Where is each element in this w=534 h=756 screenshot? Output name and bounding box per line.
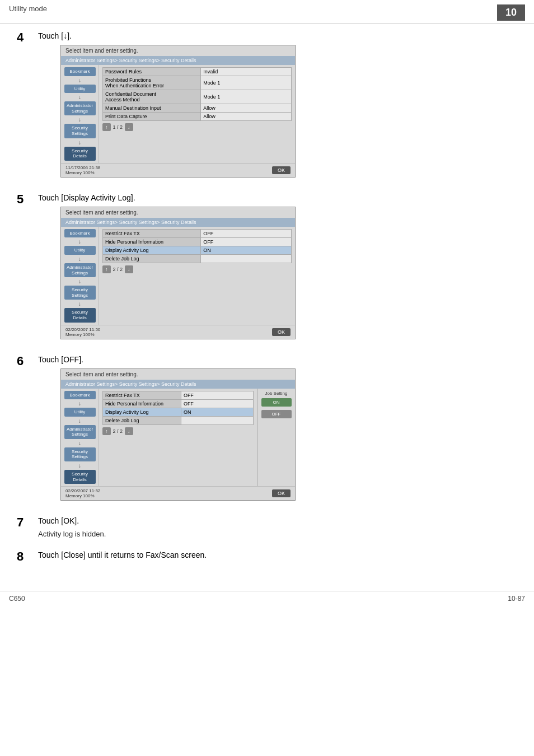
step-7-content: Touch [OK]. Activity log is hidden. (38, 514, 517, 538)
screen-4-sidebar: Bookmark ↓ Utility ↓ Administrator Setti… (61, 65, 99, 163)
table-row: Confidential DocumentAccess Method Mode … (103, 90, 292, 104)
screen-5-top: Select item and enter setting. (61, 207, 295, 218)
step-4-content: Touch [↓]. Select item and enter setting… (38, 29, 517, 181)
sidebar-arrow-4: ↓ (78, 139, 81, 146)
screen-6-breadcrumb: Administrator Settings> Security Setting… (61, 380, 295, 389)
screen-4-mockup: Select item and enter setting. Administr… (60, 45, 296, 178)
sidebar-arrow-6-3: ↓ (78, 440, 81, 446)
table-value: Mode 1 (201, 90, 292, 104)
sidebar-arrow-6-1: ↓ (78, 400, 81, 407)
table-value: OFF (181, 391, 253, 399)
table-row: Hide Personal Information OFF (103, 399, 254, 408)
footer-model: C650 (9, 595, 25, 603)
sidebar-security-settings[interactable]: Security Settings (64, 124, 96, 138)
step-7-instruction: Touch [OK]. (38, 516, 517, 525)
page-header: Utility mode 10 (0, 0, 534, 24)
table-row: Delete Job Log (103, 416, 254, 424)
screen-5-ok-btn[interactable]: OK (272, 328, 291, 336)
table-row: Hide Personal Information OFF (103, 237, 292, 246)
job-setting-label: Job Setting (265, 391, 287, 396)
table-label: Confidential DocumentAccess Method (103, 90, 201, 104)
table-row: Restrict Fax TX OFF (103, 229, 292, 237)
pag-down-btn-5[interactable]: ↓ (125, 265, 133, 273)
sidebar-admin-settings-5[interactable]: Administrator Settings (64, 263, 96, 277)
pag-up-btn-6[interactable]: ↑ (102, 427, 111, 435)
step-7-number: 7 (17, 515, 38, 530)
step-6-content: Touch [OFF]. Select item and enter setti… (38, 353, 517, 505)
table-value-display-activity: ON (201, 246, 292, 254)
table-label: Restrict Fax TX (103, 229, 201, 237)
screen-4-table: Password Rules Invalid Prohibited Functi… (102, 67, 292, 121)
job-setting-panel: Job Setting ON OFF (257, 389, 295, 487)
table-label: Restrict Fax TX (103, 391, 181, 399)
sidebar-bookmark-6[interactable]: Bookmark (64, 391, 96, 400)
job-on-button[interactable]: ON (261, 398, 292, 407)
pag-down-btn[interactable]: ↓ (125, 123, 133, 131)
screen-4-breadcrumb: Administrator Settings> Security Setting… (61, 56, 295, 65)
table-value: OFF (201, 229, 292, 237)
sidebar-security-details-5[interactable]: Security Details (64, 308, 96, 322)
table-row: Prohibited FunctionsWhen Authentication … (103, 76, 292, 90)
pag-text-6: 2 / 2 (113, 428, 123, 434)
table-value (181, 416, 253, 424)
screen-6-body: Bookmark ↓ Utility ↓ Administrator Setti… (61, 389, 295, 487)
screen-4-datetime: 11/17/2006 21:38Memory 100% (65, 165, 100, 175)
screen-5-body: Bookmark ↓ Utility ↓ Administrator Setti… (61, 227, 295, 325)
utility-mode-title: Utility mode (9, 4, 47, 13)
table-label-activity-6: Display Activity Log (103, 408, 181, 416)
sidebar-arrow-3: ↓ (78, 116, 81, 123)
sidebar-security-settings-6[interactable]: Security Settings (64, 447, 96, 461)
sidebar-bookmark-5[interactable]: Bookmark (64, 229, 96, 238)
table-label: Print Data Capture (103, 113, 201, 121)
screen-5-mockup: Select item and enter setting. Administr… (60, 207, 296, 339)
sidebar-security-details[interactable]: Security Details (64, 147, 96, 161)
sidebar-security-settings-5[interactable]: Security Settings (64, 286, 96, 300)
sidebar-bookmark[interactable]: Bookmark (64, 67, 96, 76)
table-value: OFF (201, 237, 292, 246)
step-7-subtext: Activity log is hidden. (38, 530, 517, 538)
table-label: Manual Destination Input (103, 104, 201, 113)
screen-5-main: Restrict Fax TX OFF Hide Personal Inform… (99, 227, 295, 325)
table-row-highlighted-6[interactable]: Display Activity Log ON (103, 408, 254, 416)
pag-up-btn[interactable]: ↑ (102, 123, 111, 131)
table-value (201, 254, 292, 263)
sidebar-utility-6[interactable]: Utility (64, 408, 96, 417)
sidebar-admin-settings-6[interactable]: Administrator Settings (64, 425, 96, 439)
table-value: Allow (201, 104, 292, 113)
screen-5-breadcrumb: Administrator Settings> Security Setting… (61, 218, 295, 227)
step-6-row: 6 Touch [OFF]. Select item and enter set… (17, 353, 517, 505)
screen-4-bottom: 11/17/2006 21:38Memory 100% OK (61, 163, 295, 177)
sidebar-arrow-5-2: ↓ (78, 256, 81, 262)
sidebar-admin-settings[interactable]: Administrator Settings (64, 101, 96, 115)
step-6-number: 6 (17, 354, 38, 368)
sidebar-security-details-6[interactable]: Security Details (64, 470, 96, 484)
sidebar-arrow-6-4: ↓ (78, 463, 81, 469)
screen-6-mockup: Select item and enter setting. Administr… (60, 368, 296, 501)
step-8-row: 8 Touch [Close] until it returns to Fax/… (17, 548, 517, 564)
screen-4-pagination: ↑ 1 / 2 ↓ (102, 123, 292, 131)
sidebar-arrow-6-2: ↓ (78, 418, 81, 424)
screen-6-datetime: 02/20/2007 11:52Memory 100% (65, 488, 100, 498)
screen-4-main: Password Rules Invalid Prohibited Functi… (99, 65, 295, 163)
screen-5-bottom: 02/20/2007 11:50Memory 100% OK (61, 325, 295, 339)
screen-6-ok-btn[interactable]: OK (272, 489, 291, 497)
step-4-instruction: Touch [↓]. (38, 31, 517, 40)
page-number: 10 (497, 4, 525, 21)
table-row-highlighted[interactable]: Display Activity Log ON (103, 246, 292, 254)
step-5-number: 5 (17, 192, 38, 207)
job-off-button[interactable]: OFF (261, 410, 292, 418)
step-8-content: Touch [Close] until it returns to Fax/Sc… (38, 548, 517, 564)
pag-up-btn-5[interactable]: ↑ (102, 265, 111, 273)
pag-down-btn-6[interactable]: ↓ (125, 427, 133, 435)
screen-6-pagination: ↑ 2 / 2 ↓ (102, 427, 254, 435)
sidebar-arrow-5-3: ↓ (78, 278, 81, 284)
sidebar-utility-5[interactable]: Utility (64, 246, 96, 255)
sidebar-utility[interactable]: Utility (64, 85, 96, 94)
screen-4-top: Select item and enter setting. (61, 45, 295, 56)
screen-4-ok-btn[interactable]: OK (272, 166, 291, 174)
screen-6-sidebar: Bookmark ↓ Utility ↓ Administrator Setti… (61, 389, 99, 487)
sidebar-arrow-1: ↓ (78, 77, 81, 83)
table-row: Delete Job Log (103, 254, 292, 263)
table-row: Print Data Capture Allow (103, 113, 292, 121)
table-label-display-activity: Display Activity Log (103, 246, 201, 254)
